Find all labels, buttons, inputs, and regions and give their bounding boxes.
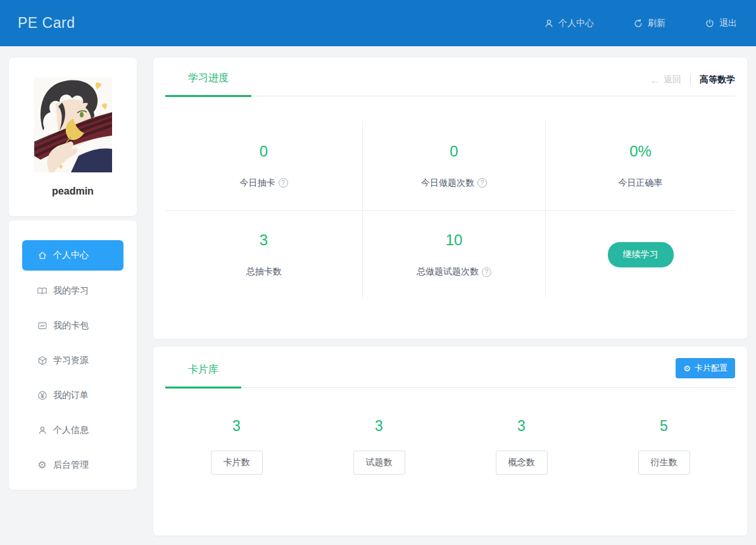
derivative-count-label-button[interactable]: 衍生数 [638,451,690,475]
stat-value: 3 [375,418,383,435]
sidebar-item-label: 学习资源 [53,355,89,366]
stat-value: 0% [629,143,652,160]
user-icon [544,18,554,29]
page-body: peadmin 个人中心 我的学习 [0,46,756,535]
sidebar-item-label: 个人信息 [53,425,89,436]
back-label: 返回 [664,74,681,86]
library-panel-header: 卡片库 卡片配置 [165,347,735,388]
back-arrow-icon [650,75,660,86]
sidebar-item-my-card-pack[interactable]: 我的卡包 [9,308,137,343]
stat-value: 10 [446,231,463,249]
stat-today-accuracy: 0% 今日正确率 [546,120,735,211]
stat-today-questions: 0 今日做题次数 [363,120,546,211]
sidebar-item-my-learning[interactable]: 我的学习 [9,273,137,308]
stat-value: 3 [517,418,526,435]
stat-value: 3 [260,231,268,249]
help-icon[interactable] [482,267,491,277]
stat-value: 5 [660,418,668,435]
card-config-button[interactable]: 卡片配置 [676,358,735,378]
card-library-panel: 卡片库 卡片配置 3 卡片数 3 试题数 3 概念数 [153,347,747,535]
stat-question-count: 3 试题数 [308,418,450,475]
left-sidebar: peadmin 个人中心 我的学习 [9,58,137,535]
sidebar-menu: 个人中心 我的学习 我的卡包 [9,221,137,490]
concept-count-label-button[interactable]: 概念数 [496,451,548,475]
home-icon [37,250,47,260]
brand-logo: PE Card [18,15,75,32]
top-header-bar: PE Card 个人中心 刷新 退出 [0,0,756,46]
continue-learning-button[interactable]: 继续学习 [608,242,674,267]
tab-learning-progress[interactable]: 学习进度 [165,72,251,97]
yen-icon [37,390,47,401]
progress-header-right: 返回 高等数学 [650,74,735,96]
sidebar-item-label: 我的订单 [53,390,89,401]
stat-card-count: 3 卡片数 [165,418,308,475]
nav-user-center[interactable]: 个人中心 [544,18,594,29]
main-content: 学习进度 返回 高等数学 0 今日抽卡 [153,58,747,535]
nav-logout[interactable]: 退出 [705,18,737,29]
help-icon[interactable] [279,178,288,188]
tab-card-library[interactable]: 卡片库 [165,363,241,388]
nav-label: 个人中心 [558,18,594,29]
stat-label: 总抽卡数 [246,266,282,278]
book-icon [37,286,47,296]
course-name: 高等数学 [700,74,735,86]
sidebar-item-label: 个人中心 [53,250,89,261]
card-pack-icon [37,321,47,331]
stat-label: 今日正确率 [619,177,663,189]
sidebar-item-label: 我的学习 [53,285,89,297]
stat-today-draws: 0 今日抽卡 [165,120,363,211]
stat-label: 总做题试题次数 [417,266,479,278]
question-count-label-button[interactable]: 试题数 [353,451,405,475]
stat-total-questions: 10 总做题试题次数 [363,211,546,298]
sidebar-item-learning-resources[interactable]: 学习资源 [9,343,137,378]
header-nav: 个人中心 刷新 退出 [544,18,737,29]
header-divider [690,75,691,85]
sidebar-item-personal-center[interactable]: 个人中心 [22,240,123,271]
card-count-label-button[interactable]: 卡片数 [211,451,263,475]
stat-value: 3 [232,418,241,435]
progress-stats-grid: 0 今日抽卡 0 今日做题次数 0% 今日正确率 [165,120,735,298]
back-link[interactable]: 返回 [650,74,681,86]
refresh-icon [633,18,643,29]
sidebar-item-label: 我的卡包 [53,320,89,331]
gear-icon [37,460,47,470]
power-icon [705,18,715,29]
avatar [34,77,112,172]
sidebar-item-label: 后台管理 [53,459,89,471]
sidebar-item-admin[interactable]: 后台管理 [9,447,137,482]
help-icon[interactable] [477,178,487,188]
nav-label: 刷新 [648,18,665,29]
stat-derivative-count: 5 衍生数 [593,418,735,475]
stat-label: 今日抽卡 [240,177,275,189]
stat-value: 0 [260,143,268,160]
person-icon [37,425,47,435]
stat-value: 0 [450,143,458,160]
cube-icon [37,356,47,366]
library-stats-grid: 3 卡片数 3 试题数 3 概念数 5 衍生数 [165,418,735,475]
sidebar-item-my-orders[interactable]: 我的订单 [9,378,137,413]
card-config-label: 卡片配置 [695,362,728,374]
stat-label: 今日做题次数 [421,177,474,189]
continue-learning-cell: 继续学习 [546,211,735,298]
gear-icon [683,364,691,373]
sidebar-item-personal-info[interactable]: 个人信息 [9,413,137,447]
stat-total-draws: 3 总抽卡数 [165,211,363,298]
nav-label: 退出 [719,18,737,29]
profile-card: peadmin [9,58,137,216]
profile-username: peadmin [9,186,137,197]
progress-panel-header: 学习进度 返回 高等数学 [165,58,735,96]
stat-concept-count: 3 概念数 [450,418,593,475]
learning-progress-panel: 学习进度 返回 高等数学 0 今日抽卡 [153,58,747,339]
nav-refresh[interactable]: 刷新 [633,18,665,29]
